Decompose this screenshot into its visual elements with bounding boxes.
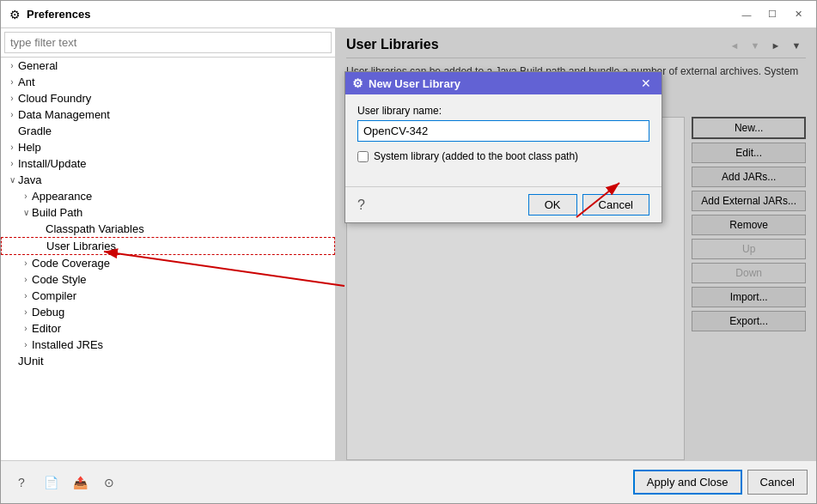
arrow-icon: › <box>20 340 32 349</box>
tree-label: Appearance <box>32 190 332 203</box>
tree-item-help[interactable]: › Help <box>1 139 335 155</box>
arrow-icon: › <box>6 61 18 70</box>
tree-item-code-style[interactable]: › Code Style <box>1 271 335 288</box>
search-input[interactable] <box>4 32 332 53</box>
arrow-icon: › <box>20 324 32 333</box>
arrow-icon: › <box>20 191 32 201</box>
new-user-library-dialog: ⚙ New User Library ✕ User library name: … <box>344 71 662 223</box>
tree-label: User Libraries <box>46 240 331 252</box>
tree-label: General <box>18 59 332 72</box>
checkbox-row: System library (added to the boot class … <box>357 150 649 162</box>
cancel-button[interactable]: Cancel <box>582 194 649 216</box>
tree-item-appearance[interactable]: › Appearance <box>1 188 335 204</box>
tree-label: JUnit <box>18 355 332 367</box>
arrow-icon: › <box>20 275 32 284</box>
arrow-icon: › <box>6 110 18 119</box>
tree-item-user-libraries[interactable]: User Libraries <box>1 237 335 255</box>
arrow-icon: › <box>20 307 32 317</box>
system-library-checkbox[interactable] <box>357 151 369 162</box>
tree-label: Ant <box>18 76 332 88</box>
arrow-icon: › <box>6 77 18 87</box>
minimize-button[interactable]: — <box>735 5 758 24</box>
arrow-icon: › <box>20 291 32 301</box>
tree-item-compiler[interactable]: › Compiler <box>1 288 335 304</box>
help-icon[interactable]: ? <box>357 197 523 213</box>
tree-label: Java <box>18 173 332 186</box>
dialog-footer: ? OK Cancel <box>345 186 662 222</box>
system-library-label: System library (added to the boot class … <box>374 150 578 162</box>
tree-item-editor[interactable]: › Editor <box>1 320 335 337</box>
tree-item-junit[interactable]: JUnit <box>1 353 335 369</box>
arrow-icon: › <box>6 143 18 152</box>
window-title: Preferences <box>27 8 735 21</box>
tree-label: Data Management <box>18 108 332 121</box>
window-controls: — ☐ ✕ <box>735 5 809 24</box>
tree-label: Install/Update <box>18 157 332 170</box>
tree-label: Editor <box>32 322 332 335</box>
tree-label: Code Style <box>32 273 332 286</box>
tree-label: Compiler <box>32 289 332 302</box>
tree-label: Debug <box>32 306 332 319</box>
search-box <box>1 28 335 58</box>
dialog-body: User library name: System library (added… <box>345 94 662 186</box>
tree-item-data-management[interactable]: › Data Management <box>1 106 335 123</box>
bottom-icons: ? 📄 📤 ⊙ <box>9 471 633 495</box>
tree-label: Gradle <box>18 124 332 137</box>
tree-label: Installed JREs <box>32 338 332 351</box>
bottom-bar: ? 📄 📤 ⊙ Apply and Close Cancel <box>1 460 816 503</box>
app-icon: ⚙ <box>8 8 21 21</box>
tree-container: › General › Ant › Cloud Foundry › Data M… <box>1 58 335 460</box>
dialog-field-label: User library name: <box>357 105 649 117</box>
tree-item-gradle[interactable]: Gradle <box>1 123 335 139</box>
tree-item-ant[interactable]: › Ant <box>1 74 335 90</box>
dialog-title-bar: ⚙ New User Library ✕ <box>345 72 662 94</box>
tree-label: Help <box>18 141 332 154</box>
right-panel: ◄ ▼ ► ▼ User Libraries User libraries ca… <box>336 28 816 460</box>
dialog-overlay: ⚙ New User Library ✕ User library name: … <box>336 28 816 460</box>
tree-item-code-coverage[interactable]: › Code Coverage <box>1 255 335 271</box>
arrow-icon: › <box>20 258 32 268</box>
tree-item-cloud-foundry[interactable]: › Cloud Foundry <box>1 90 335 106</box>
tree-label: Code Coverage <box>32 257 332 270</box>
cancel-bottom-button[interactable]: Cancel <box>747 470 808 495</box>
maximize-button[interactable]: ☐ <box>761 5 783 24</box>
expand-arrow-icon: ∨ <box>6 175 18 185</box>
library-name-input[interactable] <box>357 120 649 142</box>
dialog-close-button[interactable]: ✕ <box>637 76 655 90</box>
tree-item-debug[interactable]: › Debug <box>1 304 335 320</box>
tree-label: Build Path <box>32 206 332 219</box>
title-bar: ⚙ Preferences — ☐ ✕ <box>1 1 816 28</box>
arrow-icon: › <box>6 94 18 103</box>
help-bottom-icon[interactable]: ? <box>9 471 34 495</box>
expand-arrow-icon: ∨ <box>20 208 32 217</box>
tree-item-classpath-variables[interactable]: Classpath Variables <box>1 221 335 237</box>
export-icon[interactable]: 📤 <box>68 471 92 495</box>
main-content: › General › Ant › Cloud Foundry › Data M… <box>1 28 816 460</box>
tree-label: Classpath Variables <box>46 222 332 235</box>
preferences-window: ⚙ Preferences — ☐ ✕ › General › Ant <box>0 0 817 504</box>
apply-close-button[interactable]: Apply and Close <box>633 470 742 495</box>
settings-icon[interactable]: ⊙ <box>97 471 121 495</box>
bottom-actions: Apply and Close Cancel <box>633 470 808 495</box>
tree-item-install-update[interactable]: › Install/Update <box>1 155 335 172</box>
dialog-title-text: New User Library <box>369 77 637 90</box>
close-button[interactable]: ✕ <box>787 5 809 24</box>
dialog-title-icon: ⚙ <box>352 76 363 90</box>
left-panel: › General › Ant › Cloud Foundry › Data M… <box>1 28 336 460</box>
tree-item-installed-jres[interactable]: › Installed JREs <box>1 337 335 353</box>
tree-item-general[interactable]: › General <box>1 58 335 74</box>
ok-button[interactable]: OK <box>528 194 577 216</box>
restore-defaults-icon[interactable]: 📄 <box>39 471 63 495</box>
tree-item-build-path[interactable]: ∨ Build Path <box>1 204 335 221</box>
tree-item-java[interactable]: ∨ Java <box>1 172 335 188</box>
tree-label: Cloud Foundry <box>18 92 332 105</box>
arrow-icon: › <box>6 159 18 168</box>
